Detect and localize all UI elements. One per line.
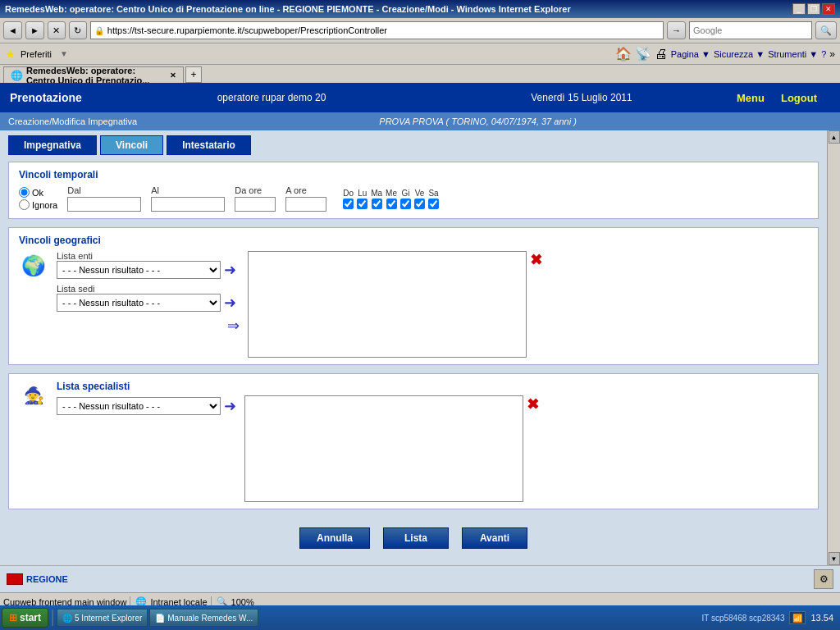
close-button[interactable]: ✕ [822,3,835,15]
add-all-button[interactable]: ⇒ [227,317,240,335]
go-button[interactable]: → [667,21,686,39]
day-sabato: Sa [428,189,439,209]
regione-text: REGIONE [26,574,68,584]
logout-link[interactable]: Logout [781,92,817,104]
avanti-button[interactable]: Avanti [462,527,527,549]
breadcrumb-patient: PROVA PROVA ( TORINO, 04/07/1974, 37 ann… [379,116,577,126]
vincoli-temporali-title: Vincoli temporali [19,169,808,180]
browser-tab-active[interactable]: 🌐 RemedesWeb: operatore: Centro Unico di… [3,66,184,83]
radio-ok-label[interactable]: Ok [19,187,57,198]
favorites-star-icon: ★ [5,48,16,61]
forward-button[interactable]: ► [25,21,44,39]
tab-impegnativa[interactable]: Impegnativa [8,135,97,155]
a-ore-input[interactable] [285,197,326,212]
day-venerdi: Ve [414,189,425,209]
vertical-scrollbar[interactable]: ▲ ▼ [827,130,840,565]
day-do-checkbox[interactable] [343,199,354,209]
day-lu-checkbox[interactable] [357,199,368,209]
a-ore-field-group: A ore [285,185,326,212]
settings-icon[interactable]: ⚙ [814,569,833,589]
start-button[interactable]: ⊞ start [2,608,48,628]
page-wrapper: Prenotazione operatore rupar demo 20 Ven… [0,83,840,592]
taskbar-ie-icon: 🌐 [62,614,72,623]
search-input[interactable] [689,21,812,39]
breadcrumb-path: Creazione/Modifica Impegnativa [8,116,137,126]
day-lu-label: Lu [358,189,367,198]
stop-button[interactable]: ✕ [48,21,66,39]
add-specialisti-button[interactable]: ➜ [224,397,236,415]
add-enti-button[interactable]: ➜ [224,261,236,279]
lista-enti-group: Lista enti - - - Nessun risultato - - - … [57,251,240,279]
day-me-checkbox[interactable] [386,199,397,209]
spec-left: Lista specialisti - - - Nessun risultato… [57,381,236,415]
radio-ok[interactable] [19,187,30,198]
tab-close-icon[interactable]: ✕ [170,71,176,80]
lista-button[interactable]: Lista [383,527,449,549]
taskbar-manuale-item[interactable]: 📄 Manuale Remedes W... [149,609,258,627]
favorites-chevron-icon: ▼ [60,49,68,58]
geo-result-box [248,251,527,358]
radio-ignora-label[interactable]: Ignora [19,199,57,210]
content-area: Vincoli temporali Ok Ignora [0,155,827,565]
restore-button[interactable]: ❐ [807,3,820,15]
remove-spec-button[interactable]: ✖ [527,395,539,413]
action-buttons-row: Annulla Lista Avanti [8,518,819,559]
app-title: Prenotazione [10,91,116,104]
address-input[interactable] [107,25,660,35]
network-signal-icon: 📶 [792,614,802,623]
a-ore-label: A ore [285,185,325,195]
search-button[interactable]: 🔍 [815,21,837,39]
browser-toolbar: ◄ ► ✕ ↻ 🔒 → 🔍 [0,18,840,43]
day-ma-checkbox[interactable] [372,199,382,209]
day-sa-label: Sa [428,189,438,198]
minimize-button[interactable]: _ [792,3,806,15]
lista-specialisti-select[interactable]: - - - Nessun risultato - - - [57,397,221,415]
back-button[interactable]: ◄ [3,21,22,39]
day-gi-checkbox[interactable] [400,199,411,209]
new-tab-button[interactable]: + [185,66,202,83]
windows-logo-icon: ⊞ [9,612,17,623]
taskbar-ie-item[interactable]: 🌐 5 Internet Explorer [57,609,148,627]
refresh-button[interactable]: ↻ [69,21,87,39]
scroll-up-button[interactable]: ▲ [829,130,840,144]
print-icon[interactable]: 🖨 [655,47,668,62]
spec-result-box [244,395,523,502]
menu-link[interactable]: Menu [737,92,765,104]
tools-menu[interactable]: Strumenti ▼ [768,49,818,59]
annulla-button[interactable]: Annulla [299,527,370,549]
spec-result-row: ✖ [244,395,808,502]
al-input[interactable] [151,197,225,212]
window-controls[interactable]: _ ❐ ✕ [792,3,835,15]
page-menu[interactable]: Pagina ▼ [671,49,710,59]
lista-specialisti-section: 🧙 Lista specialisti - - - Nessun risulta… [8,373,819,509]
rss-icon[interactable]: 📡 [635,46,651,62]
network-icon: 📶 [789,611,806,624]
taskbar: ⊞ start 🌐 5 Internet Explorer 📄 Manuale … [0,605,840,630]
dal-field-group: Dal [67,185,141,212]
day-lunedi: Lu [357,189,368,209]
day-sa-checkbox[interactable] [428,199,439,209]
lista-enti-select[interactable]: - - - Nessun risultato - - - [57,261,221,279]
tab-vincoli[interactable]: Vincoli [100,135,163,155]
home-icon[interactable]: 🏠 [615,46,632,62]
scroll-down-button[interactable]: ▼ [829,552,840,565]
window-title: RemedesWeb: operatore: Centro Unico di P… [5,4,571,14]
taskbar-clock: 13.54 [810,613,833,623]
browser-tools: 🏠 📡 🖨 Pagina ▼ Sicurezza ▼ Strumenti ▼ ?… [615,46,835,62]
day-ve-checkbox[interactable] [414,199,425,209]
globe-icon: 🌍 [19,251,48,281]
address-bar[interactable]: 🔒 [90,21,664,39]
radio-ignora[interactable] [19,199,30,210]
lista-sedi-select[interactable]: - - - Nessun risultato - - - [57,294,221,312]
tab-intestatario[interactable]: Intestatario [167,135,251,155]
security-menu[interactable]: Sicurezza ▼ [714,49,765,59]
address-bar-row: ◄ ► ✕ ↻ 🔒 → 🔍 [3,20,837,41]
help-menu[interactable]: ? [821,49,826,59]
day-gi-label: Gi [402,189,410,198]
remove-geo-button[interactable]: ✖ [530,251,542,269]
app-operator: operatore rupar demo 20 [116,92,427,103]
expand-icon[interactable]: » [829,48,835,60]
dal-input[interactable] [67,197,141,212]
add-sedi-button[interactable]: ➜ [224,294,236,312]
da-ore-input[interactable] [235,197,276,212]
